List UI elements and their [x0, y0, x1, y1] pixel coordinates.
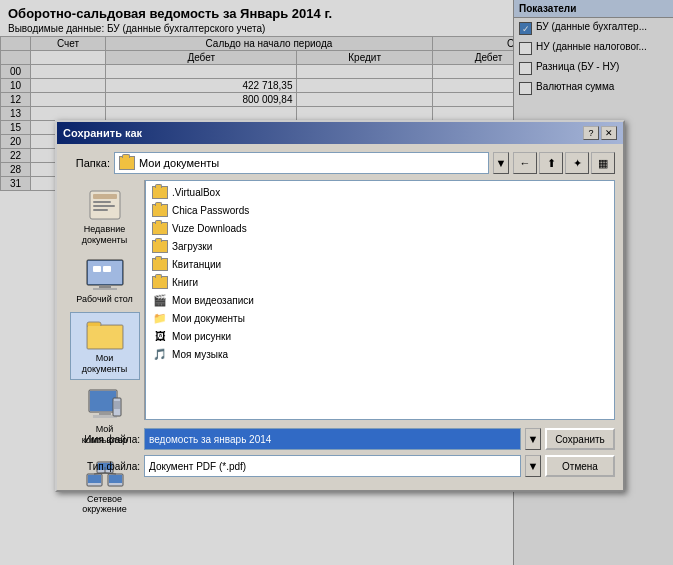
filename-label: Имя файла:	[65, 434, 140, 445]
filetype-input[interactable]: Документ PDF (*.pdf)	[144, 455, 521, 477]
file-item-video[interactable]: 🎬 Мои видеозаписи	[148, 291, 612, 309]
special-icon-mydocuments: 📁	[152, 312, 168, 325]
file-item-vuze[interactable]: Vuze Downloads	[148, 219, 612, 237]
toolbar-buttons: ← ⬆ ✦ ▦	[513, 152, 615, 174]
svg-rect-3	[93, 205, 115, 207]
file-name-downloads: Загрузки	[172, 241, 212, 252]
svg-rect-7	[99, 285, 111, 288]
file-name-kvitancii: Квитанции	[172, 259, 221, 270]
folder-dropdown-icon	[119, 156, 135, 170]
current-folder-name: Мои документы	[139, 157, 219, 169]
svg-rect-8	[93, 288, 117, 290]
file-name-vuze: Vuze Downloads	[172, 223, 247, 234]
file-item-knigi[interactable]: Книги	[148, 273, 612, 291]
desktop-icon	[85, 258, 125, 292]
svg-rect-19	[114, 401, 120, 409]
svg-rect-16	[99, 412, 111, 415]
filename-row: Имя файла: ведомость за январь 2014 ▼ Со…	[65, 428, 615, 450]
svg-rect-15	[90, 391, 116, 411]
nav-item-desktop[interactable]: Рабочий стол	[70, 254, 140, 309]
filetype-row: Тип файла: Документ PDF (*.pdf) ▼ Отмена	[65, 455, 615, 477]
svg-rect-13	[88, 326, 122, 348]
filetype-dropdown-arrow[interactable]: ▼	[525, 455, 541, 477]
file-item-downloads[interactable]: Загрузки	[148, 237, 612, 255]
new-folder-button[interactable]: ✦	[565, 152, 589, 174]
svg-rect-23	[109, 475, 122, 483]
clock-icon	[85, 188, 125, 222]
file-item-chica[interactable]: Chica Passwords	[148, 201, 612, 219]
folder-icon-chica	[152, 204, 168, 217]
folder-label: Папка:	[65, 157, 110, 169]
dialog-controls: ? ✕	[583, 126, 617, 140]
svg-rect-4	[93, 209, 108, 211]
toolbar-row: Папка: Мои документы ▼ ← ⬆ ✦ ▦	[65, 152, 615, 174]
dialog-titlebar: Сохранить как ? ✕	[57, 122, 623, 144]
nav-label-network: Сетевое окружение	[74, 494, 136, 516]
nav-item-mydocs[interactable]: Мои документы	[70, 312, 140, 380]
computer-icon	[85, 388, 125, 422]
up-button[interactable]: ⬆	[539, 152, 563, 174]
file-item-music[interactable]: 🎵 Моя музыка	[148, 345, 612, 363]
file-name-music: Моя музыка	[172, 349, 228, 360]
dialog-title: Сохранить как	[63, 127, 142, 139]
filetype-label: Тип файла:	[65, 461, 140, 472]
svg-rect-6	[88, 261, 122, 284]
back-button[interactable]: ←	[513, 152, 537, 174]
dialog-close-button[interactable]: ✕	[601, 126, 617, 140]
file-name-mydocuments: Мои документы	[172, 313, 245, 324]
special-icon-pictures: 🖼	[152, 330, 168, 343]
svg-line-27	[105, 473, 116, 474]
folder-icon-virtualbox	[152, 186, 168, 199]
file-name-video: Мои видеозаписи	[172, 295, 254, 306]
nav-label-recent: Недавние документы	[74, 224, 136, 246]
folder-dropdown-arrow[interactable]: ▼	[493, 152, 509, 174]
dialog-help-button[interactable]: ?	[583, 126, 599, 140]
file-item-mydocuments[interactable]: 📁 Мои документы	[148, 309, 612, 327]
svg-rect-1	[93, 194, 117, 199]
save-as-dialog: Сохранить как ? ✕ Папка: Мои документы ▼…	[55, 120, 625, 492]
folder-icon-vuze	[152, 222, 168, 235]
save-button[interactable]: Сохранить	[545, 428, 615, 450]
file-name-virtualbox: .VirtualBox	[172, 187, 220, 198]
file-item-pictures[interactable]: 🖼 Мои рисунки	[148, 327, 612, 345]
file-name-pictures: Мои рисунки	[172, 331, 231, 342]
svg-rect-9	[93, 266, 101, 272]
special-icon-music: 🎵	[152, 348, 168, 361]
filename-input[interactable]: ведомость за январь 2014	[144, 428, 521, 450]
nav-item-recent[interactable]: Недавние документы	[70, 184, 140, 250]
file-name-knigi: Книги	[172, 277, 198, 288]
content-area: Недавние документы Рабочий стол	[65, 180, 615, 420]
folder-dropdown[interactable]: Мои документы	[114, 152, 489, 174]
svg-rect-21	[88, 475, 101, 483]
folder-icon-knigi	[152, 276, 168, 289]
filetype-value: Документ PDF (*.pdf)	[149, 461, 246, 472]
dialog-body: Папка: Мои документы ▼ ← ⬆ ✦ ▦	[57, 144, 623, 490]
view-button[interactable]: ▦	[591, 152, 615, 174]
svg-line-26	[94, 473, 105, 474]
file-list[interactable]: .VirtualBox Chica Passwords Vuze Downloa…	[145, 180, 615, 420]
special-icon-video: 🎬	[152, 294, 168, 307]
filename-dropdown-arrow[interactable]: ▼	[525, 428, 541, 450]
cancel-button[interactable]: Отмена	[545, 455, 615, 477]
folder-icon-downloads	[152, 240, 168, 253]
nav-label-desktop: Рабочий стол	[76, 294, 133, 305]
svg-rect-2	[93, 201, 111, 203]
mydocs-icon	[85, 317, 125, 351]
file-item-kvitancii[interactable]: Квитанции	[148, 255, 612, 273]
nav-label-mydocs: Мои документы	[75, 353, 135, 375]
filename-value: ведомость за январь 2014	[149, 434, 271, 445]
left-nav: Недавние документы Рабочий стол	[65, 180, 145, 420]
svg-rect-10	[103, 266, 111, 272]
file-item-virtualbox[interactable]: .VirtualBox	[148, 183, 612, 201]
folder-icon-kvitancii	[152, 258, 168, 271]
file-name-chica: Chica Passwords	[172, 205, 249, 216]
bottom-fields: Имя файла: ведомость за январь 2014 ▼ Со…	[65, 428, 615, 477]
